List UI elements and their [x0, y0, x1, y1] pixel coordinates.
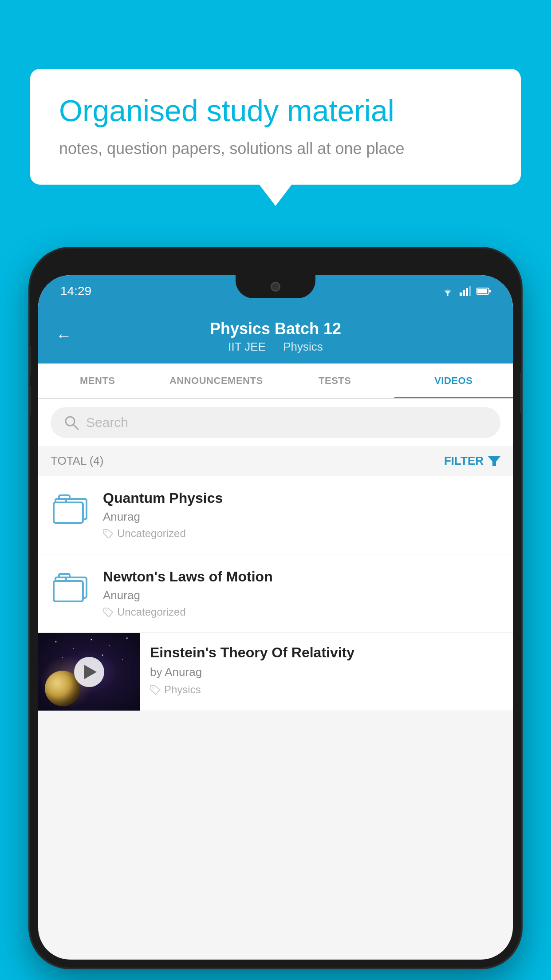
- phone-wrapper: 14:29: [30, 249, 521, 968]
- svg-rect-4: [469, 286, 471, 296]
- video-tag: Physics: [150, 684, 503, 696]
- speech-bubble: Organised study material notes, question…: [30, 69, 521, 185]
- phone-screen: 14:29: [38, 275, 513, 960]
- status-bar: 14:29: [38, 275, 513, 307]
- svg-point-20: [122, 659, 123, 660]
- content-list: Quantum Physics Anurag Uncategorized: [38, 476, 513, 711]
- status-icons: [441, 286, 491, 296]
- total-count: TOTAL (4): [51, 454, 103, 468]
- search-icon: [64, 415, 79, 430]
- tab-announcements[interactable]: ANNOUNCEMENTS: [157, 364, 276, 398]
- list-item-video[interactable]: Einstein's Theory Of Relativity by Anura…: [38, 633, 513, 711]
- svg-point-19: [102, 655, 103, 656]
- svg-rect-7: [489, 290, 491, 292]
- status-time: 14:29: [60, 284, 91, 298]
- svg-point-18: [62, 657, 63, 658]
- search-bar-wrapper: Search: [38, 399, 513, 446]
- header-title: Physics Batch 12: [56, 320, 495, 338]
- item-author: Anurag: [103, 589, 500, 602]
- svg-point-15: [91, 639, 92, 640]
- item-tag: Uncategorized: [103, 527, 500, 540]
- list-item[interactable]: Quantum Physics Anurag Uncategorized: [38, 476, 513, 554]
- tab-ments[interactable]: MENTS: [38, 364, 157, 398]
- svg-point-0: [447, 294, 449, 296]
- svg-point-13: [55, 641, 57, 643]
- play-button[interactable]: [74, 657, 104, 687]
- svg-rect-6: [477, 289, 487, 293]
- svg-line-9: [74, 425, 78, 429]
- wifi-icon: [441, 286, 454, 296]
- svg-point-21: [153, 688, 154, 689]
- battery-icon: [476, 287, 491, 295]
- folder-icon: [53, 492, 88, 523]
- svg-marker-10: [488, 456, 500, 466]
- svg-rect-1: [460, 292, 462, 296]
- filter-row: TOTAL (4) FILTER: [38, 446, 513, 476]
- header-subtitle-part2: Physics: [283, 340, 323, 353]
- tag-icon: [150, 685, 161, 695]
- item-content: Newton's Laws of Motion Anurag Uncategor…: [103, 569, 500, 618]
- app-header: ← Physics Batch 12 IIT JEE Physics: [38, 307, 513, 364]
- tag-icon: [103, 529, 114, 538]
- tabs-bar: MENTS ANNOUNCEMENTS TESTS VIDEOS: [38, 364, 513, 399]
- volume-down-button[interactable]: [30, 386, 31, 415]
- svg-point-11: [106, 531, 107, 533]
- back-button[interactable]: ←: [56, 326, 72, 345]
- item-content: Quantum Physics Anurag Uncategorized: [103, 490, 500, 540]
- power-button[interactable]: [520, 373, 521, 413]
- video-item-content: Einstein's Theory Of Relativity by Anura…: [140, 633, 513, 707]
- folder-icon: [53, 570, 88, 601]
- tag-icon: [103, 607, 114, 617]
- bubble-title: Organised study material: [59, 93, 492, 128]
- filter-label: FILTER: [444, 454, 484, 468]
- notch: [236, 275, 315, 298]
- signal-icon: [460, 286, 471, 296]
- search-placeholder: Search: [86, 415, 128, 430]
- video-thumbnail: [38, 633, 140, 711]
- filter-button[interactable]: FILTER: [444, 454, 500, 468]
- item-tag: Uncategorized: [103, 606, 500, 618]
- item-icon-wrapper: [51, 490, 91, 523]
- svg-point-16: [109, 645, 110, 646]
- list-item[interactable]: Newton's Laws of Motion Anurag Uncategor…: [38, 554, 513, 633]
- item-title: Newton's Laws of Motion: [103, 569, 500, 585]
- header-subtitle-part1: IIT JEE: [228, 340, 266, 353]
- phone-frame: 14:29: [30, 249, 521, 968]
- tab-tests[interactable]: TESTS: [276, 364, 394, 398]
- video-title: Einstein's Theory Of Relativity: [150, 644, 503, 661]
- item-author: Anurag: [103, 510, 500, 524]
- tab-videos[interactable]: VIDEOS: [394, 364, 513, 398]
- svg-point-12: [106, 610, 107, 611]
- volume-up-button[interactable]: [30, 346, 31, 375]
- item-icon-wrapper: [51, 569, 91, 601]
- bubble-subtitle: notes, question papers, solutions all at…: [59, 138, 492, 160]
- svg-point-14: [73, 648, 74, 649]
- svg-rect-2: [463, 290, 465, 296]
- camera-dot: [271, 282, 280, 292]
- svg-point-17: [126, 637, 128, 639]
- play-triangle-icon: [84, 665, 97, 679]
- item-title: Quantum Physics: [103, 490, 500, 506]
- filter-icon: [488, 455, 500, 467]
- video-author: by Anurag: [150, 665, 503, 679]
- svg-rect-3: [466, 288, 468, 296]
- header-subtitle: IIT JEE Physics: [56, 340, 495, 354]
- search-bar[interactable]: Search: [51, 407, 500, 438]
